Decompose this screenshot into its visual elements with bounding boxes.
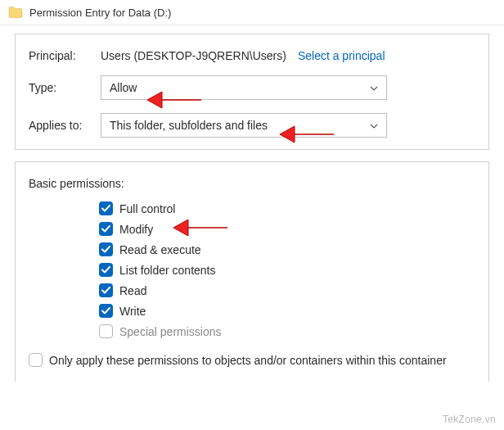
principal-label: Principal:: [29, 49, 101, 62]
checkbox-full-control[interactable]: [99, 201, 113, 215]
perm-label: Special permissions: [119, 325, 222, 338]
perm-label: List folder contents: [119, 264, 216, 277]
type-select[interactable]: Allow: [101, 75, 387, 100]
principal-value: Users (DESKTOP-J9QRERN\Users): [101, 49, 286, 62]
perm-label: Read & execute: [119, 243, 201, 256]
chevron-down-icon: [370, 82, 378, 93]
applies-row: Applies to: This folder, subfolders and …: [29, 113, 475, 138]
principal-panel: Principal: Users (DESKTOP-J9QRERN\Users)…: [15, 34, 489, 150]
perm-label: Full control: [119, 202, 175, 215]
basic-permissions-title: Basic permissions:: [29, 177, 475, 190]
perm-read-execute: Read & execute: [99, 242, 475, 256]
only-apply-label: Only apply these permissions to objects …: [49, 354, 447, 367]
checkbox-only-apply[interactable]: [29, 353, 43, 367]
perm-full-control: Full control: [99, 201, 475, 215]
checkbox-read[interactable]: [99, 283, 113, 297]
perm-read: Read: [99, 283, 475, 297]
select-principal-link[interactable]: Select a principal: [298, 49, 385, 62]
perm-special: Special permissions: [99, 324, 475, 338]
perm-label: Read: [119, 284, 146, 297]
applies-label: Applies to:: [29, 119, 101, 132]
type-label: Type:: [29, 81, 101, 94]
only-apply-row: Only apply these permissions to objects …: [29, 353, 475, 367]
checkbox-special: [99, 324, 113, 338]
perm-list-folder: List folder contents: [99, 263, 475, 277]
type-row: Type: Allow: [29, 75, 475, 100]
perm-label: Write: [119, 305, 146, 318]
perm-write: Write: [99, 304, 475, 318]
perm-label: Modify: [119, 223, 153, 236]
checkbox-read-execute[interactable]: [99, 242, 113, 256]
chevron-down-icon: [370, 120, 378, 131]
watermark: TekZone.vn: [443, 414, 496, 425]
folder-icon: [8, 5, 23, 20]
permissions-panel: Basic permissions: Full control Modify R…: [15, 161, 489, 382]
titlebar: Permission Entry for Data (D:): [0, 0, 504, 25]
type-value: Allow: [110, 81, 370, 94]
checkbox-list-folder[interactable]: [99, 263, 113, 277]
checkbox-modify[interactable]: [99, 222, 113, 236]
window-title: Permission Entry for Data (D:): [29, 7, 171, 19]
perm-modify: Modify: [99, 222, 475, 236]
applies-select[interactable]: This folder, subfolders and files: [101, 113, 387, 138]
checkbox-write[interactable]: [99, 304, 113, 318]
principal-row: Principal: Users (DESKTOP-J9QRERN\Users)…: [29, 49, 475, 62]
applies-value: This folder, subfolders and files: [110, 119, 370, 132]
permissions-list: Full control Modify Read & execute List …: [99, 201, 475, 338]
